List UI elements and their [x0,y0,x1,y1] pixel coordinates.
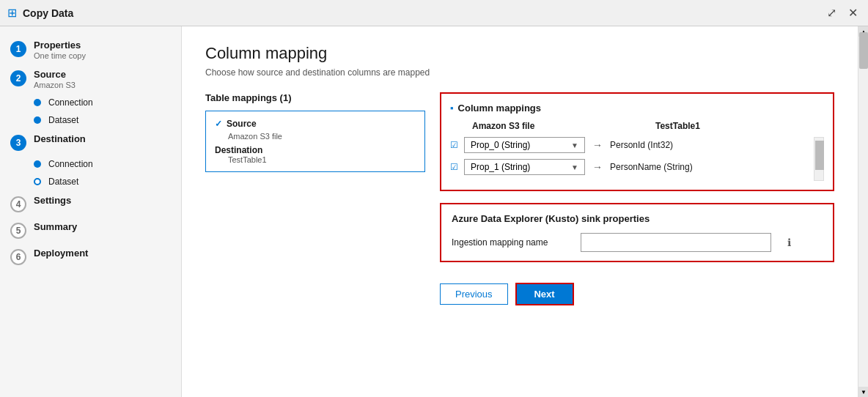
step-title-destination: Destination [34,133,86,144]
step-badge-5: 5 [10,223,26,239]
column-mappings-label: Column mappings [458,103,541,114]
mapping-source-row: ✓ Source [215,119,416,129]
col-dropdown-arrow-2: ▼ [571,163,578,171]
title-bar: ⊞ Copy Data ⤢ ✕ [0,0,868,26]
dot-filled-connection [34,99,41,106]
right-scrollbar[interactable]: ▲ ▼ [858,26,868,397]
step-subtitle-source: Amazon S3 [34,81,76,89]
info-icon[interactable]: ℹ [787,237,791,248]
content-body: Table mappings (1) ✓ Source Amazon S3 fi… [205,92,834,305]
title-bar-title: Copy Data [23,7,824,19]
step-title-summary: Summary [34,221,77,232]
step-badge-6: 6 [10,249,26,265]
mapping-dest-label: Destination [215,145,416,155]
step-title-properties: Properties [34,40,86,51]
col-th-source: Amazon S3 file [472,121,619,131]
step-text-summary: Summary [34,221,77,232]
col-th-dest: TestTable1 [655,121,700,131]
step-text-destination: Destination [34,133,86,144]
col-dropdown-1[interactable]: Prop_0 (String) ▼ [464,137,585,153]
step-title-settings: Settings [34,195,71,206]
expand-button[interactable]: ⤢ [824,4,839,21]
previous-button[interactable]: Previous [440,283,508,305]
sidebar-item-destination[interactable]: 3 Destination [0,129,181,155]
mapping-source-label: Source [227,119,257,129]
form-row-ingestion: Ingestion mapping name ℹ [452,233,823,252]
arrow-right-2: → [592,161,603,173]
col-dest-label-2: PersonName (String) [610,162,693,172]
sidebar-sub-connection-source[interactable]: Connection [0,94,181,111]
step-title-source: Source [34,69,76,80]
ade-title: Azure Data Explorer (Kusto) sink propert… [452,213,823,224]
sidebar-item-deployment[interactable]: 6 Deployment [0,243,181,270]
footer-buttons: Previous Next [440,274,834,305]
col-scrollbar-area: ☑ Prop_0 (String) ▼ → PersonId (Int32) [450,137,824,181]
sidebar-item-properties[interactable]: 1 Properties One time copy [0,35,181,64]
dot-empty-dataset-dest [34,178,41,185]
col-dropdown-value-1: Prop_0 (String) [471,140,530,150]
step-subtitle-properties: One time copy [34,51,86,60]
col-dest-label-1: PersonId (Int32) [610,140,673,150]
col-dropdown-2[interactable]: Prop_1 (String) ▼ [464,159,585,175]
step-title-deployment: Deployment [34,248,88,259]
step-text-settings: Settings [34,195,71,206]
sidebar-item-summary[interactable]: 5 Summary [0,217,181,243]
sub-label-dataset-source: Dataset [48,115,78,125]
sub-label-dataset-dest: Dataset [48,177,78,187]
mapping-source-type: Amazon S3 file [215,132,416,141]
table-mappings-panel: Table mappings (1) ✓ Source Amazon S3 fi… [205,92,425,305]
col-header-check-icon: ▪ [450,103,454,114]
sidebar-item-source[interactable]: 2 Source Amazon S3 [0,64,181,94]
title-bar-actions: ⤢ ✕ [824,4,861,21]
form-label-ingestion: Ingestion mapping name [452,237,569,248]
step2-group: 2 Source Amazon S3 Connection Dataset [0,64,181,129]
col-row-check-1[interactable]: ☑ [450,140,458,150]
content-area: Column mapping Choose how source and des… [182,26,858,397]
col-row-1: ☑ Prop_0 (String) ▼ → PersonId (Int32) [450,137,811,153]
arrow-right-1: → [592,139,603,151]
col-row-check-2[interactable]: ☑ [450,162,458,172]
dot-filled-dataset [34,116,41,124]
step-text-source: Source Amazon S3 [34,69,76,89]
close-button[interactable]: ✕ [845,4,861,21]
col-scrollbar-thumb [815,141,824,170]
next-button[interactable]: Next [515,283,574,305]
col-row-2: ☑ Prop_1 (String) ▼ → PersonName (String… [450,159,811,175]
column-mappings-header: ▪ Column mappings [450,103,824,114]
column-mappings-box: ▪ Column mappings Amazon S3 file TestTab… [440,92,834,191]
scrollbar-thumb [859,32,868,69]
col-rows-container: ☑ Prop_0 (String) ▼ → PersonId (Int32) [450,137,811,181]
table-mappings-title: Table mappings (1) [205,92,425,103]
step-badge-1: 1 [10,41,26,57]
col-scrollbar[interactable] [814,137,824,181]
col-table-headers: Amazon S3 file TestTable1 [450,121,824,131]
sidebar-sub-dataset-dest[interactable]: Dataset [0,173,181,190]
sidebar-item-settings[interactable]: 4 Settings [0,190,181,217]
sidebar: 1 Properties One time copy 2 Source Amaz… [0,26,182,397]
sub-label-connection-source: Connection [48,97,93,108]
sidebar-sub-connection-dest[interactable]: Connection [0,155,181,173]
step-badge-2: 2 [10,70,26,86]
mapping-dest-type: TestTable1 [215,155,416,164]
step-text-properties: Properties One time copy [34,40,86,60]
step-badge-4: 4 [10,196,26,212]
page-subtitle: Choose how source and destination column… [205,67,834,78]
ade-box: Azure Data Explorer (Kusto) sink propert… [440,203,834,262]
col-dropdown-arrow-1: ▼ [571,141,578,149]
step-badge-3: 3 [10,135,26,151]
copy-data-icon: ⊞ [7,6,17,20]
sidebar-sub-dataset-source[interactable]: Dataset [0,111,181,129]
column-mappings-panel: ▪ Column mappings Amazon S3 file TestTab… [440,92,834,305]
dot-filled-connection-dest [34,160,41,168]
sub-label-connection-dest: Connection [48,159,93,169]
main-container: 1 Properties One time copy 2 Source Amaz… [0,26,868,397]
scrollbar-down-button[interactable]: ▼ [858,387,868,397]
step3-group: 3 Destination Connection Dataset [0,129,181,190]
step-text-deployment: Deployment [34,248,88,259]
ingestion-mapping-name-input[interactable] [581,233,771,252]
mapping-item[interactable]: ✓ Source Amazon S3 file Destination Test… [205,111,425,172]
col-dropdown-value-2: Prop_1 (String) [471,162,530,172]
page-title: Column mapping [205,44,834,63]
check-icon-source: ✓ [215,119,222,129]
